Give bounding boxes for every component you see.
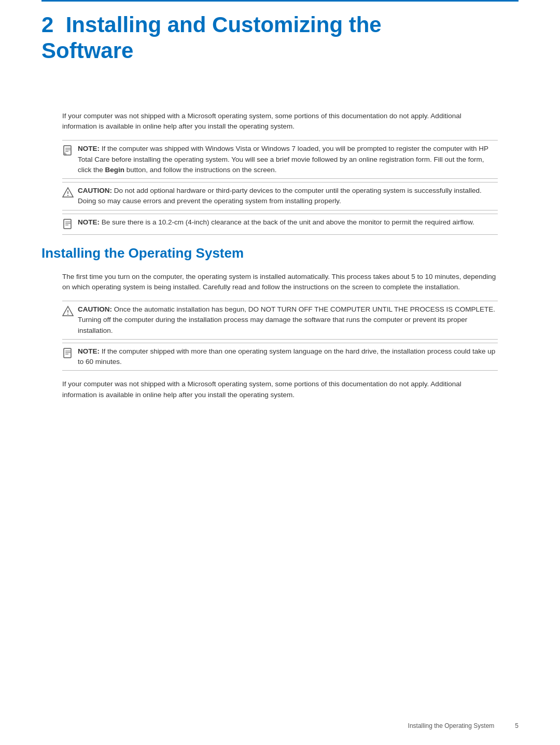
- caution2-body: Once the automatic installation has begu…: [78, 305, 495, 334]
- note2-row: NOTE: Be sure there is a 10.2-cm (4-inch…: [62, 217, 498, 231]
- caution2-row: CAUTION: Once the automatic installation…: [62, 304, 498, 336]
- note1-bold: Begin: [105, 166, 125, 174]
- note3-block: NOTE: If the computer shipped with more …: [62, 343, 498, 371]
- svg-rect-8: [64, 219, 71, 229]
- svg-rect-15: [64, 348, 71, 358]
- svg-point-7: [67, 195, 68, 196]
- chapter-number: 2: [41, 12, 53, 37]
- note2-body: Be sure there is a 10.2-cm (4-inch) clea…: [100, 218, 474, 226]
- chapter-title-line1: 2 Installing and Customizing the: [41, 12, 519, 38]
- chapter-header: 2 Installing and Customizing the Softwar…: [41, 2, 519, 69]
- note2-block: NOTE: Be sure there is a 10.2-cm (4-inch…: [62, 214, 498, 235]
- note3-label: NOTE:: [78, 347, 100, 355]
- caution2-block: CAUTION: Once the automatic installation…: [62, 301, 498, 340]
- footer: Installing the Operating System 5: [408, 722, 519, 729]
- note2-icon: [62, 218, 74, 231]
- note1-text: NOTE: If the computer was shipped with W…: [78, 144, 498, 175]
- section-paragraph1: The first time you turn on the computer,…: [62, 272, 498, 293]
- intro-paragraph: If your computer was not shipped with a …: [62, 111, 498, 132]
- chapter-title-line2: Software: [41, 38, 519, 64]
- caution1-row: CAUTION: Do not add optional hardware or…: [62, 186, 498, 207]
- footer-page-number: 5: [515, 722, 519, 729]
- caution2-text: CAUTION: Once the automatic installation…: [78, 304, 498, 336]
- note2-label: NOTE:: [78, 218, 100, 226]
- caution1-label: CAUTION:: [78, 187, 112, 194]
- section-paragraph2: If your computer was not shipped with a …: [62, 379, 498, 400]
- note2-text: NOTE: Be sure there is a 10.2-cm (4-inch…: [78, 217, 474, 228]
- footer-section-label: Installing the Operating System: [408, 722, 495, 729]
- caution1-body: Do not add optional hardware or third-pa…: [78, 187, 482, 205]
- caution1-block: CAUTION: Do not add optional hardware or…: [62, 182, 498, 210]
- note1-icon: ✎: [62, 145, 74, 158]
- note1-label: NOTE:: [78, 145, 100, 152]
- note3-icon: [62, 347, 74, 360]
- chapter-title-text-line1: Installing and Customizing the: [66, 12, 382, 37]
- note1-tail: button, and follow the instructions on t…: [124, 166, 276, 174]
- caution1-icon: [62, 187, 74, 200]
- svg-text:✎: ✎: [63, 152, 67, 156]
- caution1-text: CAUTION: Do not add optional hardware or…: [78, 186, 498, 207]
- spacer: [41, 69, 519, 111]
- note3-body: If the computer shipped with more than o…: [78, 347, 495, 366]
- svg-point-14: [67, 314, 68, 315]
- note3-text: NOTE: If the computer shipped with more …: [78, 346, 498, 368]
- note1-row: ✎ NOTE: If the computer was shipped with…: [62, 144, 498, 175]
- section-title: Installing the Operating System: [41, 245, 519, 263]
- note1-block: ✎ NOTE: If the computer was shipped with…: [62, 140, 498, 179]
- note3-row: NOTE: If the computer shipped with more …: [62, 346, 498, 368]
- caution2-icon: [62, 305, 74, 318]
- caution2-label: CAUTION:: [78, 305, 112, 313]
